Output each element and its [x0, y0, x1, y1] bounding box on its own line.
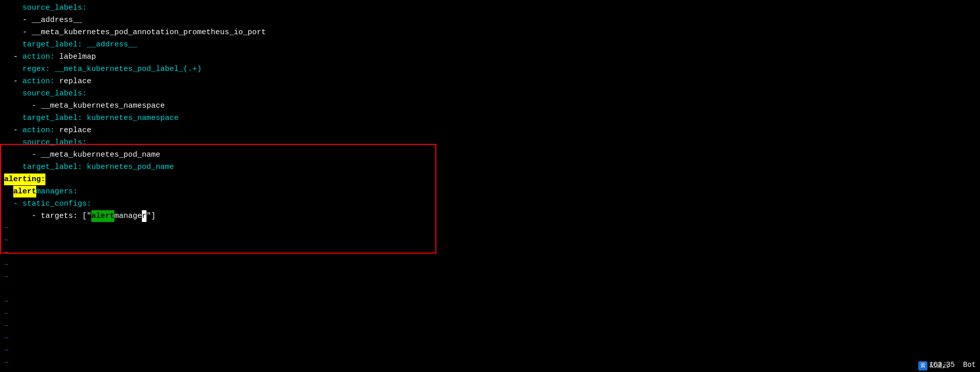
watermark: 云 亿速云	[918, 361, 949, 371]
line-5: - action: labelmap	[0, 51, 980, 63]
line-8: source_labels:	[0, 88, 980, 100]
watermark-icon: 云	[918, 361, 927, 370]
line-10: target_label: kubernetes_namespace	[0, 112, 980, 125]
watermark-text: 亿速云	[929, 361, 949, 371]
line-1-content: source_labels:	[4, 2, 87, 14]
tilde-5: ~	[0, 271, 980, 284]
line-12: source_labels:	[0, 137, 980, 149]
line-14: target_label: kubernetes_pod_name	[0, 161, 980, 173]
line-2: - __address__	[0, 14, 980, 27]
line-11: - action: replace	[0, 125, 980, 137]
line-18: - targets: ["alertmanager"]	[0, 210, 980, 222]
line-7: - action: replace	[0, 76, 980, 88]
tilde-6: ~	[0, 296, 980, 308]
alerting-keyword: alerting:	[4, 173, 45, 185]
tilde-11: ~	[0, 357, 980, 369]
tilde-10: ~	[0, 345, 980, 357]
line-16: alertmanagers:	[0, 186, 980, 198]
line-13: - __meta_kubernetes_pod_name	[0, 149, 980, 161]
tilde-4: ~	[0, 259, 980, 271]
line-4: target_label: __address__	[0, 39, 980, 51]
tilde-8: ~	[0, 320, 980, 333]
tilde-7: ~	[0, 308, 980, 320]
tilde-2: ~	[0, 235, 980, 247]
cursor: r	[142, 210, 146, 222]
tilde-1: ~	[0, 222, 980, 235]
editor-area: source_labels: - __address__ - __meta_ku…	[0, 0, 980, 372]
tilde-9: ~	[0, 333, 980, 345]
line-15: alerting:	[0, 173, 980, 186]
editor-mode: Bot	[963, 360, 976, 371]
line-6: regex: __meta_kubernetes_pod_label_(.+)	[0, 63, 980, 76]
line-17: - static_configs:	[0, 198, 980, 210]
blank-line	[0, 284, 980, 296]
line-1: source_labels:	[0, 2, 980, 14]
line-3: - __meta_kubernetes_pod_annotation_prome…	[0, 27, 980, 39]
line-9: - __meta_kubernetes_namespace	[0, 100, 980, 112]
alert-highlight-green: alert	[91, 210, 114, 222]
tilde-3: ~	[0, 247, 980, 259]
